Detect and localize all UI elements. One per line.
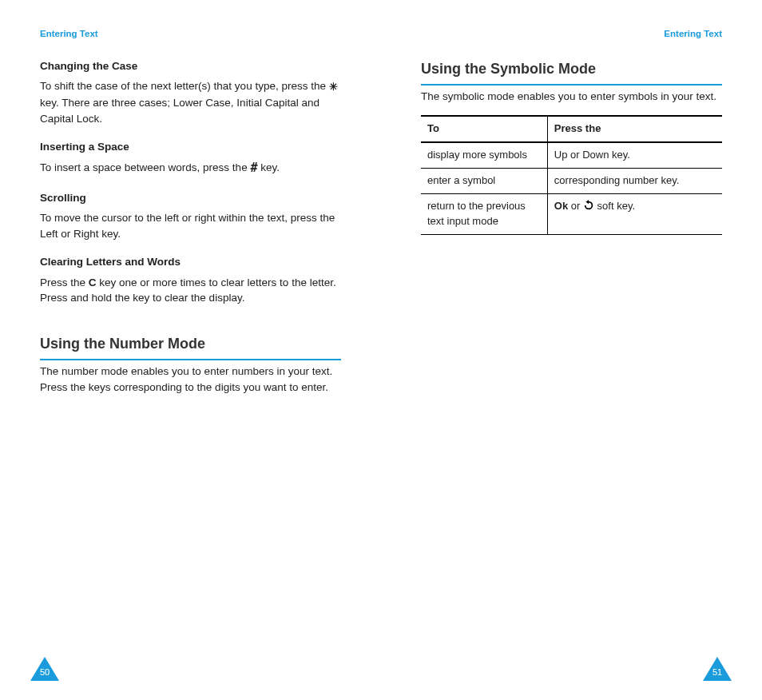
section-symbolic-mode-text: The symbolic mode enables you to enter s…	[421, 89, 722, 105]
subhead-changing-case: Changing the Case	[40, 58, 341, 74]
text: Press the	[40, 276, 89, 288]
c-key: C	[89, 276, 97, 288]
section-symbolic-mode-title: Using the Symbolic Mode	[421, 58, 722, 86]
text: key.	[257, 161, 280, 173]
col-to: To	[421, 116, 547, 142]
subhead-scrolling: Scrolling	[40, 190, 341, 206]
page-left: Entering Text Changing the Case To shift…	[0, 0, 381, 700]
page-number-left: 50	[30, 666, 59, 679]
table-row: return to the previous text input mode O…	[421, 193, 722, 234]
page-right: Entering Text Using the Symbolic Mode Th…	[381, 0, 762, 700]
para-changing-case: To shift the case of the next letter(s) …	[40, 78, 341, 126]
text: soft key.	[594, 200, 635, 212]
cell: Ok or soft key.	[547, 193, 722, 234]
subhead-inserting-space: Inserting a Space	[40, 139, 341, 155]
col-press: Press the	[547, 116, 722, 142]
text: To insert a space between words, press t…	[40, 161, 250, 173]
ok-key: Ok	[554, 200, 568, 212]
cell: display more symbols	[421, 142, 547, 168]
running-header-left: Entering Text	[40, 27, 341, 41]
section-number-mode-text: The number mode enables you to enter num…	[40, 364, 341, 395]
back-arrow-icon	[583, 200, 594, 211]
para-inserting-space: To insert a space between words, press t…	[40, 160, 341, 177]
symbolic-mode-table: To Press the display more symbols Up or …	[421, 115, 722, 234]
subhead-clearing: Clearing Letters and Words	[40, 254, 341, 270]
text: or	[568, 200, 583, 212]
star-key-icon	[329, 79, 338, 95]
table-header-row: To Press the	[421, 116, 722, 142]
para-scrolling: To move the cursor to the left or right …	[40, 210, 341, 241]
section-number-mode-title: Using the Number Mode	[40, 333, 341, 360]
cell: Up or Down key.	[547, 142, 722, 168]
cell: return to the previous text input mode	[421, 193, 547, 234]
document-spread: Entering Text Changing the Case To shift…	[0, 0, 762, 700]
cell: corresponding number key.	[547, 169, 722, 194]
table-row: display more symbols Up or Down key.	[421, 142, 722, 168]
page-number-right: 51	[703, 666, 732, 679]
text: To shift the case of the next letter(s) …	[40, 80, 329, 92]
para-clearing: Press the C key one or more times to cle…	[40, 275, 341, 306]
table-row: enter a symbol corresponding number key.	[421, 169, 722, 194]
running-header-right: Entering Text	[421, 27, 722, 41]
cell: enter a symbol	[421, 169, 547, 194]
text: key. There are three cases; Lower Case, …	[40, 97, 319, 125]
